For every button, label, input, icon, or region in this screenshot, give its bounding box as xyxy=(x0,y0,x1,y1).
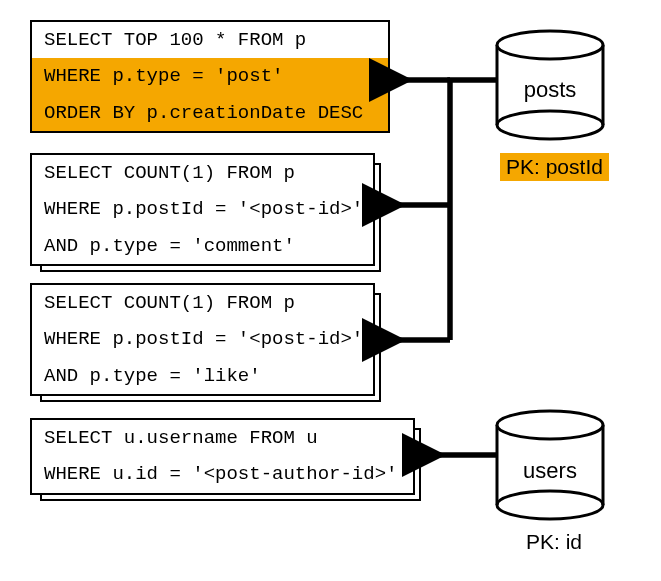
query2-line1: SELECT COUNT(1) FROM p xyxy=(32,155,373,191)
db-posts-pk: PK: postId xyxy=(500,153,609,181)
query2-line2: WHERE p.postId = '<post-id>' xyxy=(32,191,373,227)
query3-line3: AND p.type = 'like' xyxy=(32,358,373,394)
query1-line1: SELECT TOP 100 * FROM p xyxy=(32,22,388,58)
svg-point-1 xyxy=(497,31,603,59)
query1-line3: ORDER BY p.creationDate DESC xyxy=(32,95,388,131)
query4-line2: WHERE u.id = '<post-author-id>' xyxy=(32,456,413,492)
query4-line1: SELECT u.username FROM u xyxy=(32,420,413,456)
query-box-1: SELECT TOP 100 * FROM p WHERE p.type = '… xyxy=(30,20,390,133)
query1-line2: WHERE p.type = 'post' xyxy=(32,58,388,94)
query2-line3: AND p.type = 'comment' xyxy=(32,228,373,264)
svg-point-3 xyxy=(497,411,603,439)
db-posts-label: posts xyxy=(500,77,600,103)
query3-line1: SELECT COUNT(1) FROM p xyxy=(32,285,373,321)
query-box-2: SELECT COUNT(1) FROM p WHERE p.postId = … xyxy=(30,153,375,266)
query-box-4: SELECT u.username FROM u WHERE u.id = '<… xyxy=(30,418,415,495)
svg-point-2 xyxy=(497,491,603,519)
svg-point-0 xyxy=(497,111,603,139)
db-users-pk: PK: id xyxy=(520,528,588,556)
db-users-label: users xyxy=(500,458,600,484)
query3-line2: WHERE p.postId = '<post-id>' xyxy=(32,321,373,357)
query-box-3: SELECT COUNT(1) FROM p WHERE p.postId = … xyxy=(30,283,375,396)
